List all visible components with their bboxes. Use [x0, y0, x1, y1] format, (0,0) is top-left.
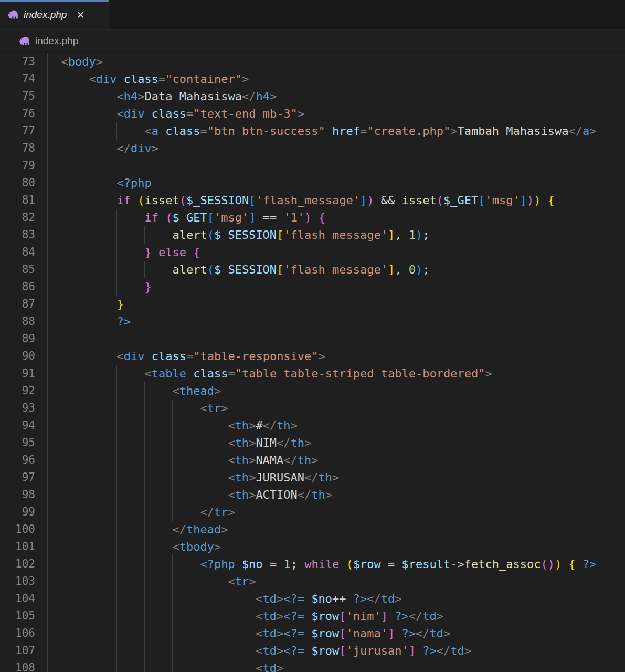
breadcrumb-item[interactable]: index.php: [35, 35, 78, 47]
indent-guide: [89, 330, 89, 348]
indent-guide: [89, 503, 89, 521]
code-line[interactable]: 98 <th>ACTION</th>: [0, 486, 625, 503]
close-icon[interactable]: ✕: [74, 9, 87, 21]
indent-guide: [116, 538, 117, 555]
indent-guide: [61, 226, 61, 244]
code-line[interactable]: 104 <td><?= $no++ ?></td>: [0, 590, 625, 607]
code-line[interactable]: 90 <div class="table-responsive">: [0, 348, 625, 365]
indent-guide: [116, 503, 117, 521]
indent-guide: [47, 538, 48, 555]
code-line[interactable]: 92 <thead>: [0, 382, 625, 400]
code-line[interactable]: 83 alert($_SESSION['flash_message'], 1);: [0, 226, 625, 244]
indent-guide: [89, 452, 89, 469]
line-number: 86: [0, 278, 35, 296]
code-line[interactable]: 74 <div class="container">: [0, 70, 625, 88]
code-line[interactable]: 85 alert($_SESSION['flash_message'], 0);: [0, 261, 625, 278]
line-number: 79: [0, 157, 35, 174]
code-line[interactable]: 93 <tr>: [0, 400, 625, 417]
indent-guide: [47, 157, 48, 174]
indent-guide: [144, 400, 145, 417]
code-line[interactable]: 106 <td><?= $row['nama'] ?></td>: [0, 625, 625, 642]
line-number: 77: [0, 122, 35, 140]
code-content: ?>: [47, 313, 625, 330]
indent-guide: [47, 452, 48, 469]
code-line[interactable]: 88 ?>: [0, 313, 625, 330]
code-line[interactable]: 82 if ($_GET['msg'] == '1') {: [0, 209, 625, 226]
indent-guide: [61, 140, 61, 157]
indent-guide: [200, 659, 200, 672]
indent-guide: [89, 400, 89, 417]
code-line[interactable]: 91 <table class="table table-striped tab…: [0, 365, 625, 382]
indent-guide: [172, 486, 173, 503]
breadcrumb: index.php: [0, 30, 625, 53]
tab-bar: index.php ✕: [0, 0, 625, 30]
indent-guide: [228, 659, 228, 672]
indent-guide: [144, 521, 145, 538]
indent-guide: [144, 590, 145, 607]
indent-guide: [47, 382, 48, 400]
line-number: 91: [0, 365, 35, 382]
indent-guide: [172, 452, 173, 469]
code-line[interactable]: 97 <th>JURUSAN</th>: [0, 469, 625, 486]
code-editor[interactable]: 73 <body>74 <div class="container">75 <h…: [0, 53, 625, 672]
code-line[interactable]: 108 <td>: [0, 659, 625, 672]
code-content: <tbody>: [47, 538, 625, 555]
indent-guide: [228, 642, 228, 659]
code-line[interactable]: 94 <th>#</th>: [0, 417, 625, 434]
code-line[interactable]: 101 <tbody>: [0, 538, 625, 555]
code-line[interactable]: 80 <?php: [0, 174, 625, 192]
indent-guide: [89, 278, 89, 296]
code-line[interactable]: 84 } else {: [0, 244, 625, 261]
indent-guide: [116, 434, 117, 452]
code-content: <td><?= $row['nim'] ?></td>: [47, 607, 625, 625]
indent-guide: [47, 122, 48, 140]
code-line[interactable]: 87 }: [0, 296, 625, 313]
indent-guide: [116, 365, 117, 382]
code-line[interactable]: 105 <td><?= $row['nim'] ?></td>: [0, 607, 625, 625]
indent-guide: [89, 659, 89, 672]
line-number: 106: [0, 625, 35, 642]
indent-guide: [172, 469, 173, 486]
indent-guide: [89, 469, 89, 486]
code-line[interactable]: 89: [0, 330, 625, 348]
indent-guide: [116, 244, 117, 261]
indent-guide: [200, 607, 200, 625]
indent-guide: [116, 261, 117, 278]
indent-guide: [172, 503, 173, 521]
tab-label: index.php: [24, 9, 67, 20]
indent-guide: [47, 573, 48, 590]
line-number: 100: [0, 521, 35, 538]
indent-guide: [89, 486, 89, 503]
indent-guide: [89, 244, 89, 261]
indent-guide: [61, 607, 61, 625]
indent-guide: [116, 642, 117, 659]
indent-guide: [47, 53, 48, 70]
indent-guide: [61, 555, 61, 573]
code-line[interactable]: 96 <th>NAMA</th>: [0, 452, 625, 469]
tab-index-php[interactable]: index.php ✕: [0, 0, 109, 29]
indent-guide: [47, 521, 48, 538]
code-line[interactable]: 103 <tr>: [0, 573, 625, 590]
code-lines: 73 <body>74 <div class="container">75 <h…: [0, 53, 625, 672]
code-line[interactable]: 95 <th>NIM</th>: [0, 434, 625, 452]
code-line[interactable]: 76 <div class="text-end mb-3">: [0, 105, 625, 122]
line-number: 93: [0, 400, 35, 417]
code-line[interactable]: 86 }: [0, 278, 625, 296]
code-line[interactable]: 81 if (isset($_SESSION['flash_message'])…: [0, 192, 625, 209]
indent-guide: [116, 452, 117, 469]
code-line[interactable]: 100 </thead>: [0, 521, 625, 538]
code-line[interactable]: 79: [0, 157, 625, 174]
code-line[interactable]: 99 </tr>: [0, 503, 625, 521]
code-line[interactable]: 107 <td><?= $row['jurusan'] ?></td>: [0, 642, 625, 659]
indent-guide: [89, 538, 89, 555]
indent-guide: [61, 486, 61, 503]
indent-guide: [61, 209, 61, 226]
code-line[interactable]: 75 <h4>Data Mahasiswa</h4>: [0, 88, 625, 105]
code-line[interactable]: 102 <?php $no = 1; while ($row = $result…: [0, 555, 625, 573]
line-number: 107: [0, 642, 35, 659]
indent-guide: [47, 365, 48, 382]
code-line[interactable]: 77 <a class="btn btn-success" href="crea…: [0, 122, 625, 140]
code-line[interactable]: 73 <body>: [0, 53, 625, 70]
php-elephant-icon: [7, 9, 19, 20]
code-line[interactable]: 78 </div>: [0, 140, 625, 157]
